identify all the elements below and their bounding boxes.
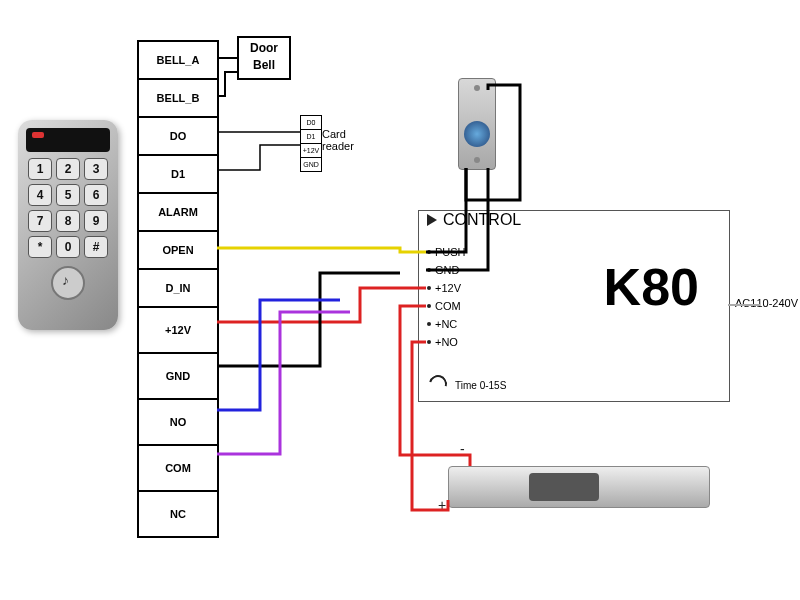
terminal-d1: D1 — [139, 156, 217, 194]
key-9: 9 — [84, 210, 108, 232]
terminal-gnd: GND — [139, 354, 217, 400]
keypad-display — [26, 128, 110, 152]
card-reader-12v: +12V — [301, 144, 321, 158]
key-8: 8 — [56, 210, 80, 232]
bell-icon — [51, 266, 85, 300]
terminal-block: BELL_A BELL_B DO D1 ALARM OPEN D_IN +12V… — [137, 40, 219, 538]
keypad-grid: 1 2 3 4 5 6 7 8 9 * 0 # — [26, 158, 110, 258]
screw-icon — [474, 157, 480, 163]
card-reader-d0: D0 — [301, 116, 321, 130]
key-1: 1 — [28, 158, 52, 180]
key-4: 4 — [28, 184, 52, 206]
key-6: 6 — [84, 184, 108, 206]
wiring-diagram: 1 2 3 4 5 6 7 8 9 * 0 # BELL_A BELL_B DO… — [0, 0, 800, 600]
k80-control-label: CONTROL — [419, 211, 729, 229]
key-0: 0 — [56, 236, 80, 258]
polarity-minus: - — [460, 442, 465, 456]
access-keypad: 1 2 3 4 5 6 7 8 9 * 0 # — [18, 120, 118, 330]
k80-pin-no: +NO — [419, 333, 729, 351]
k80-controller: CONTROL PUSH GND +12V COM +NC +NO K80 Ti… — [418, 210, 730, 402]
terminal-open: OPEN — [139, 232, 217, 270]
k80-title: K80 — [604, 261, 699, 313]
terminal-nc: NC — [139, 492, 217, 536]
terminal-alarm: ALARM — [139, 194, 217, 232]
key-2: 2 — [56, 158, 80, 180]
terminal-no: NO — [139, 400, 217, 446]
terminal-12v: +12V — [139, 308, 217, 354]
ac-power-label: AC110-240V — [735, 298, 798, 309]
electric-strike-lock — [448, 466, 710, 508]
lock-slot — [529, 473, 599, 501]
timer-knob-icon — [426, 372, 451, 397]
card-reader-gnd: GND — [301, 158, 321, 171]
exit-button — [458, 78, 496, 170]
key-5: 5 — [56, 184, 80, 206]
card-reader-label: Card reader — [322, 128, 362, 152]
key-hash: # — [84, 236, 108, 258]
terminal-din: D_IN — [139, 270, 217, 308]
keypad-led-icon — [32, 132, 44, 138]
terminal-d0: DO — [139, 118, 217, 156]
k80-time-label: Time 0-15S — [455, 381, 506, 391]
card-reader: D0 D1 +12V GND — [300, 115, 322, 172]
key-7: 7 — [28, 210, 52, 232]
key-star: * — [28, 236, 52, 258]
terminal-com: COM — [139, 446, 217, 492]
terminal-bell-b: BELL_B — [139, 80, 217, 118]
k80-pin-nc: +NC — [419, 315, 729, 333]
terminal-bell-a: BELL_A — [139, 42, 217, 80]
door-bell-box: Door Bell — [237, 36, 291, 80]
key-3: 3 — [84, 158, 108, 180]
card-reader-d1: D1 — [301, 130, 321, 144]
control-text: CONTROL — [443, 211, 521, 229]
screw-icon — [474, 85, 480, 91]
exit-button-icon — [464, 121, 490, 147]
play-icon — [427, 214, 437, 226]
polarity-plus: + — [438, 498, 446, 512]
